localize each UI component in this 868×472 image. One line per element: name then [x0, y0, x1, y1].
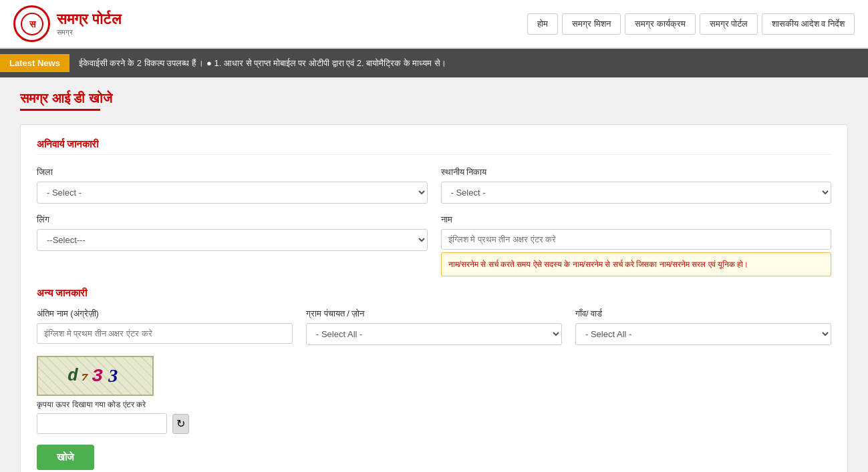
row-gender-name: लिंग --Select--- पुरुष महिला अन्य नाम ना…	[37, 214, 831, 276]
name-hint: नाम/सरनेम से सर्च करते समय ऐसे सदस्य के …	[441, 252, 832, 276]
captcha-input[interactable]	[37, 413, 167, 434]
last-name-group: अंतिम नाम (अंग्रेज़ी)	[37, 308, 293, 345]
district-select[interactable]: - Select -	[37, 182, 428, 204]
local-body-label: स्थानीय निकाय	[441, 167, 832, 178]
news-bar: Latest News ईकेवाईसी करने के 2 विकल्प उप…	[0, 49, 868, 77]
page-title-underline	[20, 109, 100, 111]
news-text: ईकेवाईसी करने के 2 विकल्प उपलब्ध हैं । ●…	[79, 58, 446, 69]
header: स समग्र पोर्टल समग्र होम समग्र मिशन समग्…	[0, 0, 868, 49]
captcha-refresh-button[interactable]: ↻	[172, 414, 189, 434]
svg-text:स: स	[28, 19, 36, 29]
nav-mission[interactable]: समग्र मिशन	[562, 13, 621, 35]
page-content: समग्र आई डी खोजे अनिवार्य जानकारी जिला -…	[0, 77, 868, 472]
nav-orders[interactable]: शासकीय आदेश व निर्देश	[762, 13, 855, 35]
name-group: नाम नाम/सरनेम से सर्च करते समय ऐसे सदस्य…	[441, 214, 832, 276]
nav-program[interactable]: समग्र कार्यक्रम	[625, 13, 696, 35]
local-body-group: स्थानीय निकाय - Select -	[441, 167, 832, 204]
news-label: Latest News	[0, 54, 69, 72]
logo-subtitle: समग्र	[57, 28, 121, 37]
nav-portal[interactable]: समग्र पोर्टल	[700, 13, 758, 35]
other-section-title: अन्य जानकारी	[37, 287, 831, 299]
captcha-area: d ₇ 3 3 कृपया ऊपर दिखाया गया कोड एंटर कर…	[37, 356, 831, 434]
village-ward-label: गाँव/ वार्ड	[575, 308, 831, 319]
gram-panchayat-label: ग्राम पंचायत / ज़ोन	[306, 308, 562, 319]
form-card: अनिवार्य जानकारी जिला - Select - स्थानीय…	[20, 124, 848, 472]
last-name-label: अंतिम नाम (अंग्रेज़ी)	[37, 308, 293, 319]
captcha-image: d ₇ 3 3	[37, 356, 154, 396]
village-ward-group: गाँव/ वार्ड - Select All -	[575, 308, 831, 345]
captcha-label: कृपया ऊपर दिखाया गया कोड एंटर करे	[37, 400, 146, 409]
logo-area: स समग्र पोर्टल समग्र	[13, 5, 121, 42]
page-title: समग्र आई डी खोजे	[20, 91, 848, 106]
logo-title: समग्र पोर्टल	[57, 11, 121, 28]
captcha-input-row: ↻	[37, 413, 189, 434]
gram-panchayat-group: ग्राम पंचायत / ज़ोन - Select All -	[306, 308, 562, 345]
main-nav: होम समग्र मिशन समग्र कार्यक्रम समग्र पोर…	[527, 13, 855, 35]
search-button[interactable]: खोजे	[37, 445, 94, 470]
search-btn-area: खोजे	[37, 434, 831, 470]
district-label: जिला	[37, 167, 428, 178]
row-district-localBody: जिला - Select - स्थानीय निकाय - Select -	[37, 167, 831, 204]
mandatory-section-title: अनिवार्य जानकारी	[37, 138, 831, 155]
logo-icon: स	[13, 5, 50, 42]
row-other-fields: अंतिम नाम (अंग्रेज़ी) ग्राम पंचायत / ज़ो…	[37, 308, 831, 345]
nav-home[interactable]: होम	[527, 13, 558, 35]
local-body-select[interactable]: - Select -	[441, 182, 832, 204]
gender-group: लिंग --Select--- पुरुष महिला अन्य	[37, 214, 428, 276]
gender-select[interactable]: --Select--- पुरुष महिला अन्य	[37, 229, 428, 251]
logo-text-area: समग्र पोर्टल समग्र	[57, 11, 121, 37]
name-label: नाम	[441, 214, 832, 225]
village-ward-select[interactable]: - Select All -	[575, 323, 831, 345]
gender-label: लिंग	[37, 214, 428, 225]
gram-panchayat-select[interactable]: - Select All -	[306, 323, 562, 345]
name-input[interactable]	[441, 229, 832, 250]
district-group: जिला - Select -	[37, 167, 428, 204]
last-name-input[interactable]	[37, 323, 293, 344]
